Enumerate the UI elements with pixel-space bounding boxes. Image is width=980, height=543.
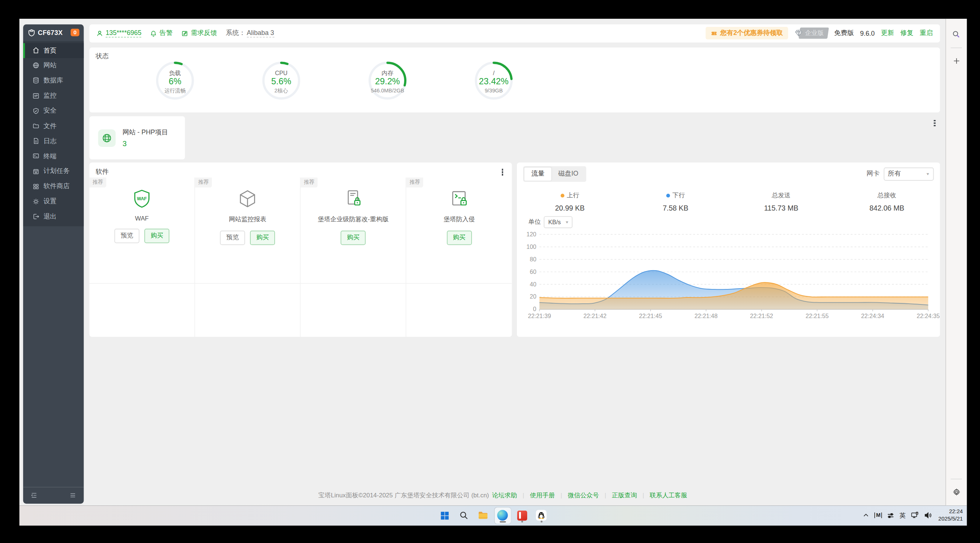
version-number[interactable]: 9.6.0 (860, 29, 875, 37)
tray-meter-icon[interactable]: M (875, 513, 883, 518)
gauge-disk[interactable]: / 23.42% 9/39GB (441, 61, 547, 101)
status-card: 状态 负载 6% 运行流畅 (89, 48, 940, 113)
account-button[interactable]: 135****6965 (96, 29, 142, 38)
software-item-intrusion-prevention[interactable]: 推荐 堡塔防入侵 购买 (406, 177, 512, 283)
software-empty-cell (89, 283, 195, 336)
software-item-monitor-report[interactable]: 推荐 网站监控报表 预览 购买 (195, 177, 301, 283)
svg-text:40: 40 (530, 280, 536, 287)
message-count-badge[interactable]: 0 (71, 29, 79, 36)
feedback-label: 需求反馈 (191, 29, 217, 38)
taskbar-clock[interactable]: 22:24 2025/5/21 (939, 508, 963, 523)
sidebar-item-cron[interactable]: 计划任务 (23, 164, 84, 179)
sidebar-item-home[interactable]: 首页 (23, 43, 84, 58)
buy-button[interactable]: 购买 (144, 229, 169, 243)
sidebar-item-monitor[interactable]: 监控 (23, 88, 84, 103)
coupon-icon (711, 30, 718, 37)
taskbar-search-button[interactable] (456, 507, 472, 524)
qq-button[interactable] (533, 507, 549, 524)
tab-disk-io[interactable]: 磁盘IO (552, 167, 585, 180)
sidebar-item-label: 安全 (43, 107, 57, 115)
search-icon (459, 511, 468, 520)
sidebar-item-terminal[interactable]: 终端 (23, 149, 84, 164)
file-explorer-button[interactable] (475, 507, 491, 524)
preview-button[interactable]: 预览 (220, 231, 245, 245)
sidebar: CF673X 0 首页 网站 (23, 24, 84, 503)
preview-button[interactable]: 预览 (115, 229, 140, 243)
menu-list-icon[interactable] (69, 492, 76, 499)
alarm-label: 告警 (159, 29, 173, 38)
sidebar-item-files[interactable]: 文件 (23, 119, 84, 134)
footer-link-support[interactable]: 联系人工客服 (650, 492, 687, 498)
sidebar-item-website[interactable]: 网站 (23, 58, 84, 73)
software-more-menu-icon[interactable] (500, 166, 504, 177)
coupon-banner[interactable]: 您有2个优惠券待领取 (706, 27, 788, 40)
gauge-label: / (474, 69, 514, 76)
software-item-waf[interactable]: 推荐 WAF WAF 预览 购买 (89, 177, 195, 283)
collapse-sidebar-icon[interactable] (30, 492, 37, 499)
buy-button[interactable]: 购买 (341, 231, 366, 245)
website-tile-count[interactable]: 3 (123, 139, 168, 148)
sidebar-search-button[interactable] (950, 27, 963, 41)
gauge-memory[interactable]: 内存 29.2% 546.0MB/2GB (334, 61, 441, 101)
sidebar-add-button[interactable] (950, 54, 963, 68)
buy-button[interactable]: 购买 (447, 231, 472, 245)
sidebar-menu: 首页 网站 数据库 监控 (23, 41, 84, 226)
tray-sliders-icon[interactable] (887, 512, 894, 519)
sidebar-item-label: 计划任务 (43, 167, 70, 175)
sidebar-logo[interactable]: CF673X 0 (23, 24, 84, 41)
website-tile[interactable]: 网站 - PHP项目 3 (89, 116, 185, 159)
unit-select[interactable]: KB/s ▾ (544, 216, 573, 228)
browser-window: CF673X 0 首页 网站 (19, 18, 967, 526)
footer-link-forum[interactable]: 论坛求助 (492, 492, 517, 498)
software-item-tamper-proof[interactable]: 推荐 堡塔企业级防篡改-重构版 购买 (301, 177, 406, 283)
feedback-button[interactable]: 需求反馈 (181, 29, 217, 38)
screen: CF673X 0 首页 网站 (0, 0, 980, 543)
red-app-button[interactable] (514, 507, 530, 524)
sidebar-item-logout[interactable]: 退出 (23, 209, 84, 224)
gauge-subtext: 2核心 (261, 88, 302, 95)
log-icon (32, 138, 39, 145)
sidebar-item-logs[interactable]: 日志 (23, 134, 84, 149)
sidebar-item-security[interactable]: 安全 (23, 104, 84, 119)
plus-icon (952, 57, 960, 65)
enterprise-entry[interactable]: 企业版 (794, 28, 828, 39)
restart-button[interactable]: 重启 (920, 29, 933, 38)
footer-link-wechat[interactable]: 微信公众号 (568, 492, 599, 498)
gauges-row: 负载 6% 运行流畅 CPU 5.6% 2核心 (122, 61, 547, 101)
sidebar-item-database[interactable]: 数据库 (23, 73, 84, 88)
row-more-menu-icon[interactable] (932, 118, 937, 129)
repair-button[interactable]: 修复 (900, 29, 914, 38)
edge-icon (497, 510, 508, 521)
input-language-indicator[interactable]: 英 (900, 511, 906, 520)
sidebar-settings-button[interactable] (950, 485, 963, 499)
sidebar-item-appstore[interactable]: 软件商店 (23, 179, 84, 194)
buy-button[interactable]: 购买 (250, 231, 275, 245)
edge-browser-button[interactable] (495, 507, 511, 524)
diamond-icon (794, 29, 803, 38)
system-value[interactable]: Alibaba 3 (247, 29, 274, 38)
gear-icon (952, 488, 960, 496)
gauge-load[interactable]: 负载 6% 运行流畅 (122, 61, 228, 101)
footer-link-manual[interactable]: 使用手册 (530, 492, 555, 498)
database-icon (32, 77, 39, 84)
tray-chevron-up-icon[interactable] (862, 512, 870, 519)
update-button[interactable]: 更新 (881, 29, 894, 38)
edition-label: 免费版 (834, 29, 854, 38)
network-icon[interactable] (911, 511, 919, 519)
speaker-icon[interactable] (924, 511, 932, 519)
gauge-cpu[interactable]: CPU 5.6% 2核心 (228, 61, 335, 101)
tab-traffic[interactable]: 流量 (525, 167, 552, 180)
alarm-button[interactable]: 告警 (150, 29, 173, 38)
sidebar-item-label: 终端 (43, 152, 57, 161)
shield-logo-icon (27, 28, 35, 37)
svg-text:22:21:39: 22:21:39 (528, 312, 551, 319)
footer-link-license-check[interactable]: 正版查询 (612, 492, 637, 498)
stat-downstream-value: 7.58 KB (663, 204, 688, 211)
upstream-dot (560, 193, 564, 197)
software-empty-cell (406, 283, 512, 336)
chevron-down-icon: ▾ (566, 220, 568, 224)
traffic-chart[interactable]: 02040608010012022:21:3922:21:4222:21:452… (522, 227, 934, 321)
start-button[interactable] (436, 507, 452, 524)
sidebar-item-settings[interactable]: 设置 (23, 194, 84, 209)
nic-select[interactable]: 所有 ▾ (883, 167, 934, 180)
